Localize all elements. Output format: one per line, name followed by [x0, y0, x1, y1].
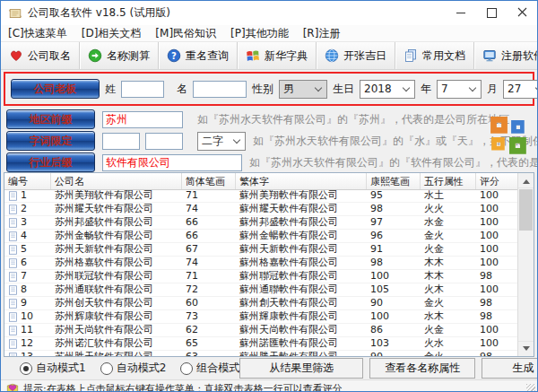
table-cell: 65 — [182, 337, 236, 350]
table-row[interactable]: 5苏州天新软件有限公司67蘇州天新軟件有限公司91火金100 — [4, 243, 518, 257]
table-cell: 100 — [476, 216, 518, 229]
toolbar-button[interactable]: 公司取名 — [1, 42, 80, 69]
toolbar-button[interactable]: 新华字典 — [238, 42, 317, 69]
scroll-down-button[interactable] — [518, 341, 534, 356]
table-cell: 火火 — [421, 203, 476, 215]
vertical-scrollbar[interactable] — [517, 173, 534, 356]
birth-month-select[interactable]: 7 — [437, 80, 482, 99]
table-row[interactable]: 4苏州金畅软件有限公司66蘇州金暢軟件有限公司96金火100 — [4, 230, 518, 243]
minimize-button[interactable] — [446, 1, 476, 25]
given-name-input[interactable] — [193, 81, 247, 98]
table-cell: 蘇州聯冠軟件有限公司 — [236, 270, 367, 283]
table-cell: 100 — [476, 243, 518, 256]
action-button[interactable]: 查看各名称属性 — [369, 358, 475, 379]
close-button[interactable] — [507, 1, 537, 25]
action-button[interactable]: 从结果里筛选 — [239, 358, 363, 379]
table-cell: 98 — [476, 351, 518, 356]
mode-radio[interactable]: 自动模式2 — [100, 361, 167, 376]
row-number-cell: 2 — [4, 203, 51, 215]
toolbar-button[interactable]: 常用文档 — [395, 42, 474, 69]
scrollbar-thumb[interactable] — [519, 189, 533, 231]
table-row[interactable]: 2苏州耀天软件有限公司74蘇州耀天軟件有限公司98火火100 — [4, 203, 518, 216]
office-logo-icon — [489, 115, 530, 166]
table-cell: 苏州金畅软件有限公司 — [51, 230, 182, 242]
resize-grip[interactable] — [526, 384, 535, 392]
table-cell: 蘇州天新軟件有限公司 — [236, 243, 367, 256]
table-cell: 100 — [367, 270, 421, 283]
toolbar: 公司取名名称测算?重名查询新华字典开张吉日常用文档注册软件退出 — [1, 42, 537, 70]
scroll-up-button[interactable] — [518, 173, 534, 188]
menu-item[interactable]: [M]民俗知识 — [155, 26, 216, 41]
radio-icon — [100, 362, 113, 375]
table-row[interactable]: 12苏州诺汇软件有限公司65蘇州諾匯軟件有限公司103火水100 — [4, 337, 518, 351]
menu-item[interactable]: [R]注册 — [303, 26, 341, 41]
menu-item[interactable]: [D]相关文档 — [82, 26, 142, 41]
table-row[interactable]: 13苏州胜天软件有限公司63蘇州勝天軟件有限公司90金火98 — [4, 351, 518, 356]
document-row-icon — [8, 299, 18, 309]
table-row[interactable]: 10苏州辉康软件有限公司73蘇州輝康軟件有限公司100水木98 — [4, 310, 518, 324]
table-cell: 74 — [182, 203, 236, 215]
company-boss-button[interactable]: 公司老板 — [11, 79, 100, 99]
table-row[interactable]: 8苏州通联软件有限公司72蘇州通聯軟件有限公司105火木100 — [4, 283, 518, 297]
mode-radio[interactable]: 组合模式 — [180, 361, 239, 376]
region-row: 地区前缀 如『苏州水天软件有限公司』的『苏州』，代表的是公司所在地区 — [1, 109, 537, 129]
window-title: 公司取名软件 v18.5 (试用版) — [28, 5, 170, 21]
column-header[interactable]: 简体笔画 — [182, 173, 236, 189]
region-prefix-button[interactable]: 地区前缀 — [6, 109, 95, 129]
column-header[interactable]: 公司名 — [51, 173, 182, 189]
row-number-cell: 3 — [4, 216, 51, 229]
birth-day-select[interactable]: 27 — [503, 80, 538, 99]
action-button[interactable]: 生成 — [482, 358, 538, 379]
arrow-down-icon — [523, 346, 530, 354]
given-name-label: 名 — [177, 82, 187, 97]
toolbar-button[interactable]: 注册软件 — [474, 42, 538, 69]
word-input-1[interactable] — [102, 133, 140, 150]
table-row[interactable]: 7苏州联冠软件有限公司71蘇州聯冠軟件有限公司100木木98 — [4, 270, 518, 283]
word-input-2[interactable] — [145, 133, 183, 150]
table-row[interactable]: 6苏州格嘉软件有限公司74蘇州格嘉軟件有限公司98木木100 — [4, 257, 518, 270]
mode-radio-label: 组合模式 — [196, 361, 239, 376]
industry-suffix-button[interactable]: 行业后缀 — [6, 152, 95, 172]
toolbar-button[interactable]: 名称测算 — [80, 42, 159, 69]
table-cell: 苏州格嘉软件有限公司 — [51, 257, 182, 269]
table-cell: 66 — [182, 230, 236, 242]
green-arrow-icon — [88, 48, 102, 63]
radio-icon — [180, 362, 193, 375]
table-row[interactable]: 9苏州创天软件有限公司60蘇州創天軟件有限公司90金火98 — [4, 297, 518, 310]
row-number-cell: 12 — [4, 337, 51, 350]
word-limit-button[interactable]: 字词限定 — [6, 131, 95, 151]
table-row[interactable]: 3苏州邦盛软件有限公司66蘇州邦盛軟件有限公司97水金100 — [4, 216, 518, 230]
table-cell: 蘇州通聯軟件有限公司 — [236, 283, 367, 296]
mode-radio[interactable]: 自动模式1 — [20, 361, 86, 376]
birth-year-select[interactable]: 2018 — [360, 80, 415, 99]
table-row[interactable]: 1苏州美翔软件有限公司71蘇州美翔軟件有限公司95水土100 — [4, 189, 518, 203]
industry-row: 行业后缀 如『苏州水天软件有限公司』的『软件有限公司』，代表的是公司类别 — [1, 152, 537, 172]
table-cell: 火金 — [421, 243, 476, 256]
region-input[interactable] — [102, 111, 183, 128]
birthday-label: 生日 — [333, 82, 354, 97]
column-header[interactable]: 繁体字 — [236, 173, 367, 189]
word-count-select[interactable]: 二字 — [197, 132, 246, 151]
table-cell: 水金 — [421, 216, 476, 229]
column-header[interactable]: 五行属性 — [421, 173, 476, 189]
industry-input[interactable] — [102, 154, 242, 171]
table-cell: 苏州天新软件有限公司 — [51, 243, 182, 256]
status-bar: 提示:在表格上点击鼠标右键有操作菜单；直接双击表格一行可以查看评分。 — [1, 379, 537, 392]
arrow-up-icon — [523, 176, 530, 184]
gender-select[interactable]: 男 — [279, 80, 327, 99]
table-cell: 60 — [182, 297, 236, 309]
table-cell: 金火 — [421, 230, 476, 242]
column-header[interactable]: 编号 — [4, 173, 51, 189]
table-cell: 蘇州輝康軟件有限公司 — [236, 310, 367, 323]
globe-icon — [325, 48, 339, 63]
surname-input[interactable] — [121, 81, 164, 98]
table-cell: 63 — [182, 351, 236, 356]
toolbar-button[interactable]: ?重名查询 — [159, 42, 238, 69]
menu-item[interactable]: [C]快速菜单 — [8, 26, 67, 41]
maximize-button[interactable] — [476, 1, 507, 25]
column-header[interactable]: 评分 — [476, 173, 520, 189]
menu-item[interactable]: [P]其他功能 — [230, 26, 289, 41]
toolbar-button[interactable]: 开张吉日 — [317, 42, 395, 69]
column-header[interactable]: 康熙笔画 — [367, 173, 421, 189]
table-row[interactable]: 11苏州天尚软件有限公司62蘇州天尚軟件有限公司86火金100 — [4, 324, 518, 337]
